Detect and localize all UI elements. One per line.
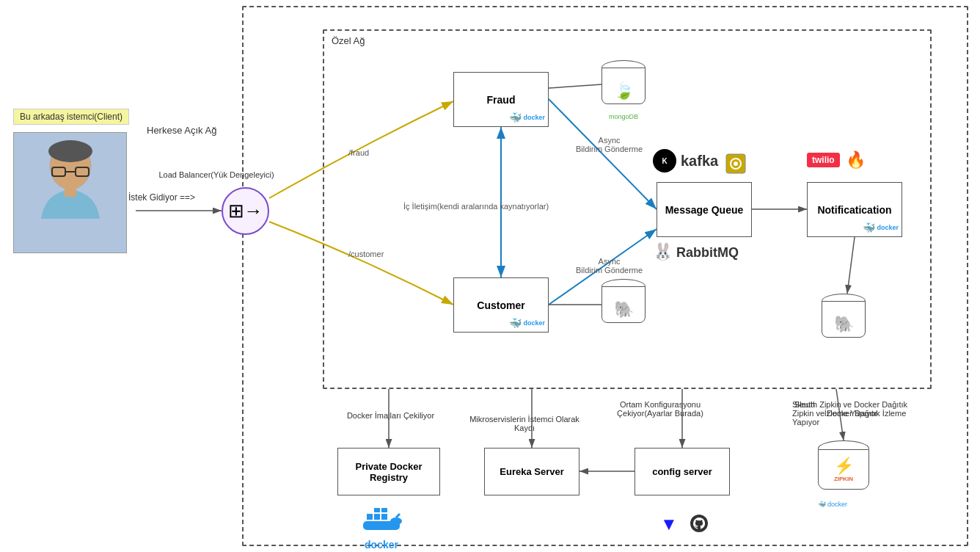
load-balancer-icon: ⊞→: [222, 187, 269, 235]
private-docker-label: Private Docker Registry: [338, 461, 439, 483]
svg-rect-11: [374, 514, 380, 520]
fraud-label: Fraud: [487, 94, 516, 106]
svg-rect-10: [367, 514, 373, 520]
kafka-badge: K kafka: [653, 149, 718, 172]
pg-cylinder-customer: 🐘: [601, 279, 646, 330]
vault-icon: [725, 153, 747, 180]
notification-docker-badge: 🐳 docker: [863, 222, 899, 233]
github-bottom-icon: [690, 514, 709, 537]
svg-point-8: [734, 161, 738, 166]
docker-images-label: Docker İmajları Çekiliyor: [334, 411, 447, 420]
docker-text-label: docker: [359, 539, 403, 551]
diagram-container: Özel Ağ Herkese Açık Ağ Bu arkadaş istem…: [0, 0, 980, 552]
message-queue-label: Message Queue: [665, 204, 744, 216]
zipkin-docker-badge: 🐳 docker: [818, 501, 869, 508]
pg-cylinder-notify: 🐘: [822, 294, 866, 345]
notification-docker-whale: 🐳: [863, 222, 875, 233]
config-server-box: config server: [635, 448, 730, 495]
microservices-label: Mikroservislerin İstemci Olarak Kaydı: [469, 415, 579, 432]
mongodb-icon: 🍃: [614, 81, 634, 101]
svg-rect-5: [65, 186, 76, 197]
twilio-text: twilio: [812, 155, 835, 165]
zipkin-area: ⚡ ZIPKIN 🐳 docker: [818, 440, 869, 508]
person-svg: [26, 138, 114, 248]
vault-svg: [725, 153, 747, 175]
herkese-acik-label: Herkese Açık Ağ: [147, 125, 216, 136]
rabbit-icon: 🐰: [653, 242, 673, 261]
rabbitmq-badge: 🐰 RabbitMQ: [653, 242, 739, 261]
svg-rect-13: [374, 508, 380, 512]
pg-icon-notify: 🐘: [834, 315, 854, 334]
notification-docker-text: docker: [877, 224, 899, 231]
lb-symbol: ⊞→: [228, 200, 263, 222]
mongodb-cylinder: 🍃 mongoDB: [601, 60, 646, 120]
fraud-path-label: /fraud: [348, 148, 369, 157]
zipkin-label: ZIPKIN: [834, 476, 854, 482]
mongodb-label: mongoDB: [601, 113, 646, 120]
svg-point-1: [48, 140, 92, 162]
pg-icon-customer: 🐘: [614, 300, 634, 319]
rabbitmq-text: RabbitMQ: [676, 245, 739, 260]
private-docker-box: Private Docker Registry: [337, 448, 440, 495]
ic-iletisim-label: İç İletişim(kendi aralarında kaynatıyorl…: [403, 202, 549, 211]
svg-rect-14: [381, 508, 387, 512]
svg-rect-12: [381, 514, 387, 520]
ortam-label: Ortam Konfigurasyonu Çekiyor(Ayarlar Bur…: [594, 400, 726, 418]
async-bildirim2-label: AsyncBildirim Gönderme: [576, 257, 643, 275]
customer-service-box: Customer 🐳 docker: [453, 277, 549, 333]
lb-label: Load Balancer(Yük Dengeleyici): [154, 170, 279, 179]
config-label: config server: [652, 466, 712, 477]
async-bildirim1-label: AsyncBildirim Gönderme: [576, 136, 643, 153]
kafka-text: kafka: [681, 153, 718, 170]
customer-docker-whale: 🐳: [509, 317, 522, 329]
docker-svg: [359, 503, 403, 536]
zipkin-docker-text: docker: [827, 501, 847, 508]
client-photo: [13, 132, 127, 253]
customer-docker-badge: 🐳 docker: [509, 317, 545, 329]
customer-docker-text: docker: [523, 319, 545, 327]
notification-box: Notificatication 🐳 docker: [807, 182, 902, 237]
vault-bottom-icon: ▼: [660, 514, 678, 534]
eureka-label: Eureka Server: [500, 466, 563, 477]
kafka-icon: K: [653, 149, 676, 172]
customer-label: Customer: [477, 299, 524, 311]
docker-large-logo: docker: [359, 503, 403, 551]
customer-path-label: /customer: [348, 250, 384, 258]
fraud-docker-text: docker: [523, 114, 545, 121]
github-svg: [690, 514, 709, 533]
twilio-box: twilio: [807, 153, 840, 167]
eureka-box: Eureka Server: [484, 448, 579, 495]
docker-whale-icon: 🐳: [509, 112, 522, 123]
firebase-icon: 🔥: [846, 150, 866, 170]
twilio-firebase-badges: twilio 🔥: [807, 150, 866, 170]
ozel-ag-label: Özel Ağ: [332, 35, 365, 46]
fraud-docker-badge: 🐳 docker: [509, 112, 545, 123]
fraud-service-box: Fraud 🐳 docker: [453, 72, 549, 127]
notification-label: Notificatication: [817, 204, 891, 216]
svg-line-16: [396, 514, 400, 518]
client-label: Bu arkadaş istemci(Client): [13, 109, 129, 125]
sleuth-label-text: SleuthZipkin ve Docker Dağıtık İzleme Ya…: [792, 400, 910, 426]
zipkin-logo: ⚡: [834, 457, 854, 476]
request-label: İstek Gidiyor ==>: [128, 192, 195, 203]
zipkin-docker-whale: 🐳: [818, 501, 826, 508]
svg-point-15: [390, 518, 402, 525]
svg-point-17: [690, 515, 708, 532]
message-queue-box: Message Queue: [657, 182, 752, 237]
